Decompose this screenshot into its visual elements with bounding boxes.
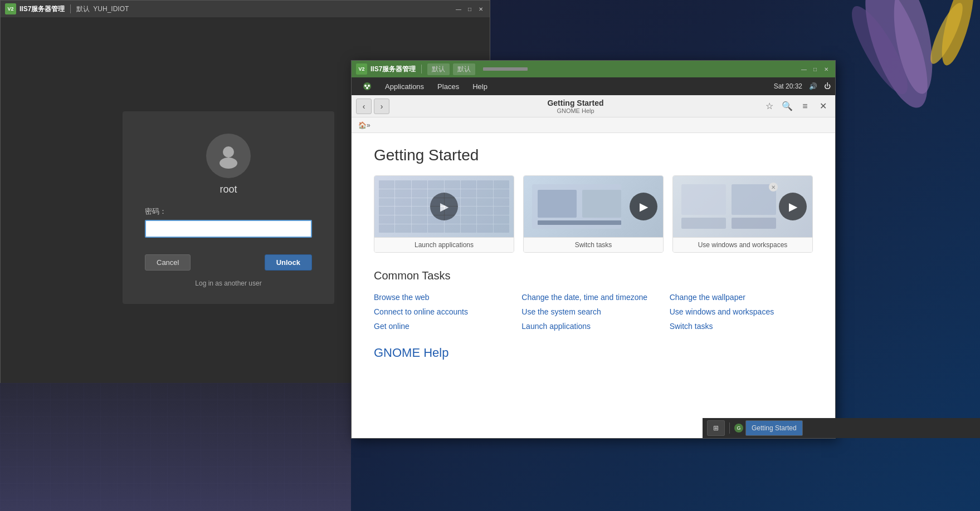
video-label-1: Launch applications [374,237,514,252]
unlock-button[interactable]: Unlock [265,254,312,271]
main-minimize-button[interactable]: — [799,65,808,73]
help-close-button[interactable]: ✕ [815,99,831,114]
back-button[interactable]: ‹ [356,99,372,114]
main-window-app-name: IIS7服务器管理 [370,65,416,74]
video-label-2: Switch tasks [524,237,663,252]
bg-maximize-button[interactable]: □ [465,4,474,13]
bg-lower-area [0,383,351,511]
taskbar-screen-btn[interactable]: ⊞ [707,420,725,436]
task-change-date[interactable]: Change the date, time and timezone [521,291,665,303]
gnome-logo-icon [363,82,372,91]
toolbar-right-buttons: ☆ 🔍 ≡ ✕ [762,99,831,114]
grid-decoration [0,383,351,511]
video-card-1[interactable]: ▶ Launch applications [374,175,514,253]
help-menu[interactable]: Help [466,80,494,93]
common-tasks-title: Common Tasks [374,269,813,282]
bg-window-logo: V2 [5,3,16,14]
lock-dialog: root 密码： Cancel Unlock Log in as another… [123,111,334,304]
volume-icon[interactable]: 🔊 [809,82,817,90]
svg-rect-14 [582,190,621,218]
gnome-time: Sat 20:32 [774,82,802,90]
cancel-button[interactable]: Cancel [145,254,191,271]
menu-button[interactable]: ≡ [797,99,813,114]
toolbar-sub-title: GNOME Help [392,107,759,114]
places-menu[interactable]: Places [431,80,466,93]
svg-rect-16 [681,184,726,215]
video-label-3: Use windows and workspaces [673,237,812,252]
svg-rect-7 [0,383,351,511]
task-system-search[interactable]: Use the system search [521,306,665,318]
task-connect-accounts[interactable]: Connect to online accounts [374,306,517,318]
task-launch-apps[interactable]: Launch applications [521,320,665,332]
taskbar-getting-started[interactable]: Getting Started [745,420,803,436]
play-button-3[interactable]: ▶ [779,193,807,220]
user-icon [214,142,242,170]
bookmark-button[interactable]: ☆ [762,99,777,114]
bg-window-app-name: IIS7服务器管理 [19,4,65,14]
main-close-button[interactable]: ✕ [822,65,831,73]
svg-point-9 [364,85,367,87]
password-label: 密码： [145,207,167,217]
bg-window-username: YUH_IDIOT [93,5,129,13]
svg-rect-18 [681,218,726,229]
main-tab1[interactable]: 默认 [427,63,450,75]
video-card-2[interactable]: ▶ Switch tasks [523,175,664,253]
power-icon[interactable]: ⏻ [824,82,831,90]
bg-minimize-button[interactable]: — [454,4,463,13]
svg-point-5 [223,146,234,158]
main-tab2[interactable]: 默认 [453,63,475,75]
play-button-2[interactable]: ▶ [630,193,657,220]
main-maximize-button[interactable]: □ [811,65,820,73]
window-main: V2 IIS7服务器管理 默认 默认 — □ ✕ Applications Pl… [351,60,836,439]
video-thumb-1[interactable]: ▶ [374,176,514,237]
taskbar: ⊞ G Getting Started About 创新 创新互联 [703,418,980,438]
dialog-buttons: Cancel Unlock [145,254,312,271]
user-avatar [206,134,251,178]
video-thumb-3[interactable]: ✕ ▶ [673,176,812,237]
breadcrumb: 🏠 » [352,117,835,133]
titlebar-separator [70,4,71,13]
bg-close-button[interactable]: ✕ [476,4,485,13]
main-window-titlebar: V2 IIS7服务器管理 默认 默认 — □ ✕ [352,61,835,77]
gnome-menubar: Applications Places Help Sat 20:32 🔊 ⏻ [352,77,835,95]
task-use-windows[interactable]: Use windows and workspaces [670,306,813,318]
main-window-controls: — □ ✕ [799,65,831,73]
bg-window-controls: — □ ✕ [454,4,485,13]
help-main-title: Getting Started [374,146,813,164]
svg-rect-13 [538,190,577,218]
login-another-link[interactable]: Log in as another user [195,279,261,287]
search-button[interactable]: 🔍 [779,99,795,114]
gnome-app-icon[interactable] [356,80,378,93]
svg-rect-15 [538,220,621,225]
svg-rect-19 [732,218,776,229]
forward-button[interactable]: › [374,99,389,114]
video-thumb-2[interactable]: ▶ [524,176,663,237]
help-toolbar: ‹ › Getting Started GNOME Help ☆ 🔍 ≡ ✕ [352,95,835,117]
bg-window-user: 默认 [76,4,90,14]
task-get-online[interactable]: Get online [374,320,517,332]
svg-text:✕: ✕ [771,184,776,190]
toolbar-title-area: Getting Started GNOME Help [392,99,759,114]
taskbar-gnome-icon: G [734,424,743,433]
main-window-logo: V2 [356,63,367,75]
gnome-menubar-right: Sat 20:32 🔊 ⏻ [774,82,831,90]
main-titlebar-sep1 [421,65,422,73]
task-browse-web[interactable]: Browse the web [374,291,517,303]
bg-window-titlebar: V2 IIS7服务器管理 默认 YUH_IDIOT — □ ✕ [1,1,490,17]
password-input[interactable] [145,220,312,238]
video-row: ▶ Launch applications ▶ Switch tasks [374,175,813,253]
svg-point-6 [220,158,237,169]
video-card-3[interactable]: ✕ ▶ Use windows and workspaces [672,175,813,253]
taskbar-screen-icon: ⊞ [713,424,719,432]
toolbar-main-title: Getting Started [392,99,759,107]
task-switch-tasks[interactable]: Switch tasks [670,320,813,332]
gnome-help-title: GNOME Help [374,346,813,360]
task-change-wallpaper[interactable]: Change the wallpaper [670,291,813,303]
user-name-label: root [220,184,237,195]
taskbar-sep [729,422,730,434]
svg-point-10 [368,85,370,87]
tasks-grid: Browse the web Change the date, time and… [374,291,813,332]
workspaces-thumb: ✕ [679,181,779,232]
home-icon[interactable]: 🏠 [358,121,367,129]
applications-menu[interactable]: Applications [378,80,431,93]
